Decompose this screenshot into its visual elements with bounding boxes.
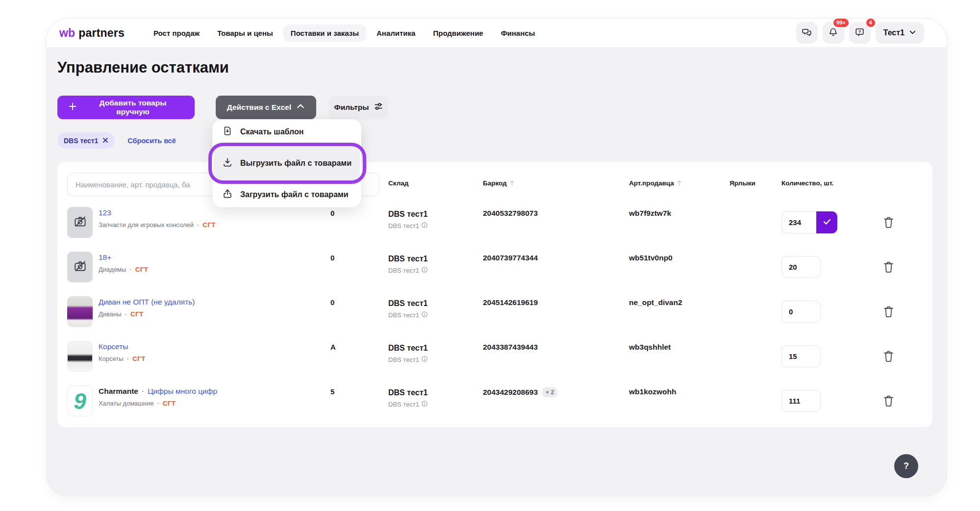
info-icon[interactable]	[421, 356, 428, 364]
info-icon[interactable]	[421, 400, 428, 409]
size-cell: 0	[330, 298, 334, 307]
column-header-labels: Ярлыки	[729, 179, 755, 187]
column-header-quantity: Количество, шт.	[781, 179, 834, 187]
product-subtitle: Запчасти для игровых консолей·СГТ	[99, 221, 216, 229]
top-navigation: wbpartners Рост продаж Товары и цены Пос…	[47, 19, 947, 47]
size-cell: 5	[330, 387, 334, 396]
nav-item-finance[interactable]: Финансы	[494, 25, 543, 42]
support-button[interactable]: ? 4	[849, 22, 871, 44]
filters-button[interactable]: Фильтры	[328, 96, 388, 119]
product-subtitle: Халаты домашние·СГТ	[99, 400, 217, 407]
sgt-tag: СГТ	[163, 400, 176, 407]
nav-item-sales-growth[interactable]: Рост продаж	[146, 25, 207, 42]
trash-icon	[882, 312, 895, 320]
nav-item-promotion[interactable]: Продвижение	[426, 25, 490, 42]
quantity-input[interactable]	[781, 301, 821, 323]
nav-item-goods-prices[interactable]: Товары и цены	[210, 25, 280, 42]
menu-item-download-template[interactable]: Скачать шаблон	[212, 120, 361, 144]
info-icon[interactable]	[421, 266, 428, 275]
table-row: Корсеты Корсеты·СГТ A DBS тест1 DBS тест…	[57, 334, 932, 379]
product-title-link[interactable]: Диван не ОПТ (не удалять)	[99, 298, 195, 306]
column-header-article[interactable]: Арт.продавца	[629, 179, 682, 187]
info-icon[interactable]	[421, 222, 428, 230]
topbar-controls: 99+ ? 4 Тест1	[796, 22, 924, 44]
column-header-barcode[interactable]: Баркод	[483, 179, 515, 187]
article-cell: wb51tv0np0	[629, 254, 673, 262]
plus-icon	[68, 102, 77, 113]
product-thumbnail	[67, 296, 93, 327]
product-cell: Charmante·Цифры много цифр Халаты домашн…	[99, 386, 217, 407]
quantity-cell	[781, 390, 821, 412]
quantity-cell	[781, 211, 837, 233]
barcode-more-badge[interactable]: + 2	[542, 387, 557, 397]
excel-actions-button[interactable]: Действия с Excel	[216, 96, 316, 119]
nav-item-analytics[interactable]: Аналитика	[369, 25, 423, 42]
sort-asc-icon	[677, 179, 682, 187]
product-brand: Charmante	[99, 387, 138, 395]
delete-row-button[interactable]	[882, 350, 895, 364]
delete-row-button[interactable]	[882, 394, 895, 409]
quantity-input[interactable]	[781, 390, 821, 412]
quantity-cell	[781, 345, 821, 367]
table-row: Диван не ОПТ (не удалять) Диваны·СГТ 0 D…	[57, 289, 932, 334]
warehouse-cell: DBS тест1 DBS тест1	[388, 388, 428, 409]
menu-item-export-file[interactable]: Выгрузить файл с товарами	[214, 145, 360, 182]
stock-table: Склад Баркод Арт.продавца Ярлыки Количес…	[57, 162, 932, 427]
product-title-link[interactable]: 123	[99, 208, 111, 217]
table-row: 18+ Диадемы·СГТ 0 DBS тест1 DBS тест1 20…	[57, 245, 932, 289]
filter-sliders-icon	[374, 102, 383, 113]
quantity-input[interactable]	[781, 211, 816, 233]
delete-row-button[interactable]	[882, 305, 895, 320]
article-cell: wb7f9ztw7k	[629, 209, 671, 218]
barcode-cell: 2040739774344	[483, 254, 538, 262]
product-cell: 18+ Диадемы·СГТ	[99, 253, 148, 273]
barcode-cell: 2043429208693 + 2	[483, 387, 557, 397]
sgt-tag: СГТ	[135, 266, 149, 273]
quantity-cell	[781, 301, 821, 323]
product-title-link[interactable]: Корсеты	[99, 342, 128, 351]
logo-partners: partners	[78, 26, 125, 40]
info-icon[interactable]	[421, 311, 428, 319]
messages-button[interactable]	[796, 22, 818, 44]
nav-item-supplies-orders[interactable]: Поставки и заказы	[283, 25, 366, 42]
confirm-quantity-button[interactable]	[816, 211, 837, 233]
size-cell: 0	[330, 254, 334, 262]
table-row: 9 Charmante·Цифры много цифр Халаты дома…	[57, 379, 932, 423]
add-products-button[interactable]: Добавить товары вручную	[57, 96, 195, 119]
product-cell: 123 Запчасти для игровых консолей·СГТ	[99, 208, 216, 229]
size-cell: A	[330, 343, 336, 351]
account-menu-button[interactable]: Тест1	[876, 22, 924, 44]
menu-item-upload-file[interactable]: Загрузить файл с товарами	[212, 183, 361, 206]
article-cell: ne_opt_divan2	[629, 298, 682, 307]
filter-chip-dbs-test1[interactable]: DBS тест1	[57, 132, 115, 149]
account-label: Тест1	[883, 28, 905, 37]
sort-asc-icon	[509, 179, 515, 187]
product-title-link[interactable]: 18+	[99, 253, 111, 261]
barcode-cell: 2040532798073	[483, 209, 538, 218]
notifications-button[interactable]: 99+	[823, 22, 844, 44]
clear-all-filters-link[interactable]: Сбросить всё	[127, 137, 176, 145]
logo-wb: wb	[59, 26, 75, 40]
file-download-icon	[222, 126, 233, 138]
active-filters-row: DBS тест1 Сбросить всё	[57, 132, 176, 149]
delete-row-button[interactable]	[882, 216, 895, 230]
product-thumbnail-placeholder	[67, 207, 93, 238]
trash-icon	[882, 402, 895, 409]
delete-row-button[interactable]	[882, 260, 895, 275]
chevron-up-icon	[296, 102, 305, 113]
notifications-badge: 99+	[832, 19, 850, 28]
close-icon[interactable]	[102, 137, 108, 145]
size-cell: 0	[330, 209, 334, 217]
warehouse-cell: DBS тест1 DBS тест1	[388, 344, 428, 364]
quantity-input[interactable]	[781, 256, 821, 278]
product-thumbnail-placeholder	[67, 252, 93, 282]
sgt-tag: СГТ	[202, 221, 216, 229]
excel-actions-dropdown: Скачать шаблон Выгрузить файл с товарами…	[212, 119, 361, 207]
quantity-cell	[781, 256, 821, 278]
help-fab-button[interactable]: ?	[894, 454, 918, 478]
product-title-link[interactable]: Цифры много цифр	[148, 387, 217, 395]
table-rows: 123 Запчасти для игровых консолей·СГТ 0 …	[57, 200, 932, 423]
bell-icon	[828, 27, 838, 39]
quantity-input[interactable]	[781, 345, 821, 367]
warehouse-cell: DBS тест1 DBS тест1	[388, 210, 428, 230]
